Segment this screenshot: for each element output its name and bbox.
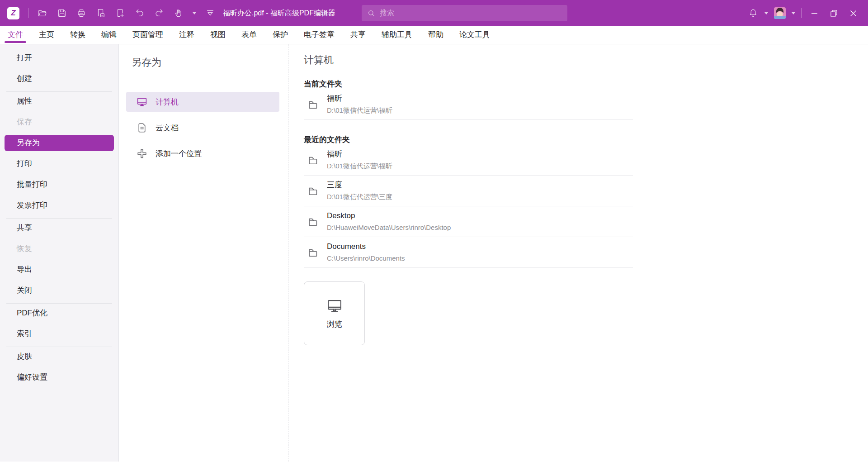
browse-label: 浏览 xyxy=(327,319,342,329)
notifications-caret-icon[interactable] xyxy=(764,12,768,14)
folder-icon xyxy=(307,99,319,110)
computer-icon xyxy=(326,298,344,314)
maximize-button[interactable] xyxy=(827,6,840,20)
sidebar-item-close[interactable]: 关闭 xyxy=(5,282,114,299)
folder-path: D:\01微信代运营\三度 xyxy=(327,191,392,203)
current-folder-label: 当前文件夹 xyxy=(304,79,868,89)
redo-icon xyxy=(154,8,164,18)
tab-form[interactable]: 表单 xyxy=(241,26,257,44)
sidebar-item-properties[interactable]: 属性 xyxy=(5,93,114,110)
print-button[interactable] xyxy=(76,8,87,19)
folder-name: 福昕 xyxy=(327,148,392,160)
browse-button[interactable]: 浏览 xyxy=(304,281,365,345)
location-add-a-place[interactable]: 添加一个位置 xyxy=(126,143,279,163)
recent-folders-label: 最近的文件夹 xyxy=(304,134,868,145)
sidebar-item-open[interactable]: 打开 xyxy=(5,50,114,66)
sidebar-item-save[interactable]: 保存 xyxy=(5,114,114,130)
search-input[interactable] xyxy=(380,9,562,17)
search-icon xyxy=(367,9,376,18)
maximize-icon xyxy=(830,10,838,17)
search-box[interactable] xyxy=(362,5,567,21)
folder-name: Desktop xyxy=(327,210,451,222)
tab-convert[interactable]: 转换 xyxy=(70,26,85,44)
folder-item[interactable]: 三度 D:\01微信代运营\三度 xyxy=(304,176,633,206)
sidebar-item-skin[interactable]: 皮肤 xyxy=(5,348,114,365)
tab-protect[interactable]: 保护 xyxy=(273,26,288,44)
location-computer[interactable]: 计算机 xyxy=(126,92,279,112)
folder-item[interactable]: Documents C:\Users\rinro\Documents xyxy=(304,237,633,267)
add-page-button[interactable] xyxy=(115,8,126,19)
tab-file[interactable]: 文件 xyxy=(8,26,23,44)
sidebar-item-batch-print[interactable]: 批量打印 xyxy=(5,176,114,193)
tab-help[interactable]: 帮助 xyxy=(428,26,443,44)
collapse-toolbar-icon xyxy=(205,8,215,18)
tab-home[interactable]: 主页 xyxy=(39,26,54,44)
tab-edit[interactable]: 编辑 xyxy=(101,26,117,44)
folder-path: D:\01微信代运营\福昕 xyxy=(327,160,392,172)
copy-page-button[interactable] xyxy=(95,8,106,19)
folder-icon xyxy=(307,247,319,258)
sidebar-item-revert[interactable]: 恢复 xyxy=(5,241,114,257)
folder-item[interactable]: 福昕 D:\01微信代运营\福昕 xyxy=(304,145,633,175)
sidebar-item-save-as[interactable]: 另存为 xyxy=(5,135,114,151)
hand-tool-caret-icon[interactable] xyxy=(193,12,196,14)
separator xyxy=(28,8,28,18)
sidebar-item-export[interactable]: 导出 xyxy=(5,262,114,278)
folder-path: D:\01微信代运营\福昕 xyxy=(327,105,392,116)
hand-tool-icon xyxy=(174,8,184,18)
tab-share[interactable]: 共享 xyxy=(350,26,366,44)
folder-icon xyxy=(307,216,319,228)
folder-icon xyxy=(307,155,319,166)
open-file-button[interactable] xyxy=(37,8,48,19)
titlebar: Z 福昕办公.pdf - 福昕高级PDF编辑器 xyxy=(0,0,868,26)
folder-path: D:\HuaweiMoveData\Users\rinro\Desktop xyxy=(327,222,451,233)
divider xyxy=(6,347,112,347)
divider xyxy=(304,119,633,120)
notifications-button[interactable] xyxy=(748,8,759,19)
tab-accessibility[interactable]: 辅助工具 xyxy=(382,26,412,44)
sidebar-item-share[interactable]: 共享 xyxy=(5,220,114,236)
redo-button[interactable] xyxy=(154,8,165,19)
save-as-title: 另存为 xyxy=(119,56,288,69)
sidebar-item-preferences[interactable]: 偏好设置 xyxy=(5,369,114,386)
file-menu-sidebar: 打开 创建 属性 保存 另存为 打印 批量打印 发票打印 共享 恢复 导出 关闭… xyxy=(0,44,119,462)
tab-page-management[interactable]: 页面管理 xyxy=(132,26,163,44)
folder-name: Documents xyxy=(327,241,405,252)
undo-icon xyxy=(135,8,145,18)
folder-name: 三度 xyxy=(327,179,392,191)
separator xyxy=(801,8,802,18)
tab-esign[interactable]: 电子签章 xyxy=(304,26,335,44)
user-avatar[interactable] xyxy=(774,7,786,19)
location-cloud-docs[interactable]: 云文档 xyxy=(126,118,279,138)
bell-icon xyxy=(748,8,758,18)
account-caret-icon[interactable] xyxy=(792,12,795,14)
sidebar-item-invoice-print[interactable]: 发票打印 xyxy=(5,197,114,214)
open-file-icon xyxy=(38,8,47,18)
save-icon xyxy=(57,8,67,18)
divider xyxy=(6,218,112,219)
sidebar-item-create[interactable]: 创建 xyxy=(5,71,114,87)
folder-item[interactable]: Desktop D:\HuaweiMoveData\Users\rinro\De… xyxy=(304,206,633,237)
minimize-button[interactable] xyxy=(807,6,821,20)
save-button[interactable] xyxy=(57,8,67,19)
close-button[interactable] xyxy=(846,6,860,20)
computer-panel: 计算机 当前文件夹 福昕 D:\01微信代运营\福昕 最近的文件夹 福昕 D:\… xyxy=(288,44,868,462)
folder-item-current[interactable]: 福昕 D:\01微信代运营\福昕 xyxy=(304,89,633,119)
tab-thesis-tools[interactable]: 论文工具 xyxy=(459,26,490,44)
tab-comment[interactable]: 注释 xyxy=(179,26,194,44)
hand-tool-button[interactable] xyxy=(173,8,184,19)
close-icon xyxy=(849,10,857,17)
copy-page-icon xyxy=(96,8,106,18)
folder-name: 福昕 xyxy=(327,93,392,105)
sidebar-item-index[interactable]: 索引 xyxy=(5,326,114,342)
location-label: 计算机 xyxy=(156,97,179,107)
location-label: 云文档 xyxy=(156,123,179,133)
undo-button[interactable] xyxy=(134,8,145,19)
computer-title: 计算机 xyxy=(304,53,868,67)
plus-icon xyxy=(136,148,148,159)
collapse-toolbar-button[interactable] xyxy=(205,8,216,19)
tab-view[interactable]: 视图 xyxy=(210,26,226,44)
sidebar-item-print[interactable]: 打印 xyxy=(5,156,114,172)
sidebar-item-pdf-optimize[interactable]: PDF优化 xyxy=(5,305,114,321)
minimize-icon xyxy=(811,10,818,17)
